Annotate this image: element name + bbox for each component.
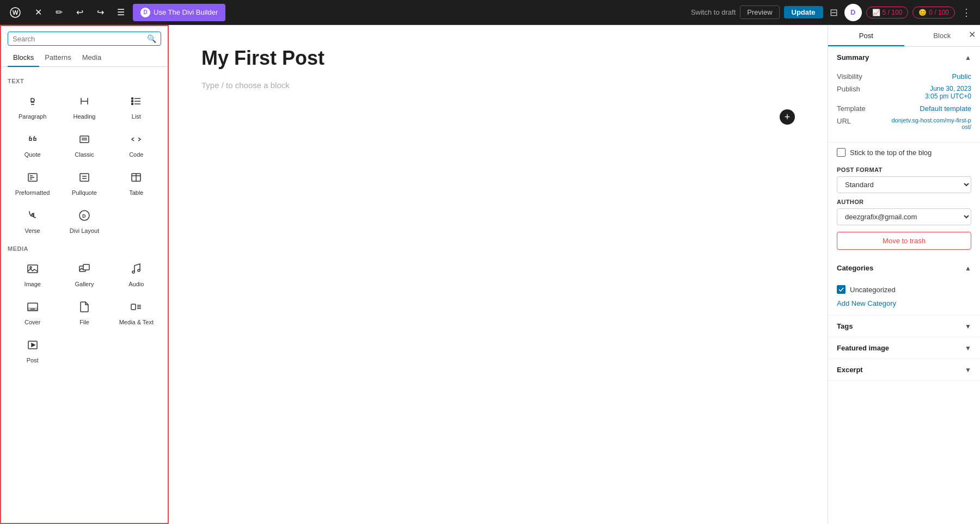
- categories-section: Categories ▲ Uncategorized Add New Categ…: [828, 257, 980, 316]
- url-value[interactable]: donjetv.sg-host.com/my-first-post/: [890, 117, 971, 130]
- block-media-text[interactable]: Media & Text: [112, 294, 161, 330]
- visibility-value[interactable]: Public: [952, 72, 971, 81]
- svg-point-28: [138, 269, 140, 272]
- post-format-label: POST FORMAT: [837, 167, 971, 173]
- post-format-select[interactable]: Standard Aside Chat Gallery Link Image Q…: [837, 176, 971, 193]
- block-divi-layout[interactable]: D Divi Layout: [59, 203, 109, 239]
- block-placeholder[interactable]: Type / to choose a block: [201, 81, 795, 90]
- author-select[interactable]: deezgrafix@gmail.com: [837, 208, 971, 225]
- code-icon: [130, 133, 143, 148]
- close-button[interactable]: ✕: [29, 4, 47, 21]
- wp-logo: W: [7, 4, 24, 21]
- main-layout: 🔍 Blocks Patterns Media TEXT Paragraph: [0, 25, 980, 524]
- block-paragraph[interactable]: Paragraph: [8, 89, 57, 125]
- paragraph-label: Paragraph: [19, 113, 46, 120]
- audio-icon: [130, 262, 143, 278]
- layout-button[interactable]: ⊟: [828, 4, 840, 21]
- score2-label: 0 / 100: [929, 9, 949, 16]
- add-category-link[interactable]: Add New Category: [837, 299, 971, 307]
- edit-button[interactable]: ✏: [50, 4, 68, 21]
- score1-icon: 📈: [872, 9, 880, 16]
- svg-text:D: D: [82, 213, 86, 219]
- file-icon: [78, 300, 91, 316]
- block-verse[interactable]: Verse: [8, 203, 57, 239]
- search-row: 🔍: [1, 26, 168, 49]
- text-blocks-grid: Paragraph Heading: [8, 89, 161, 239]
- classic-label: Classic: [75, 151, 94, 158]
- quote-label: Quote: [24, 151, 41, 158]
- block-classic[interactable]: Classic: [59, 127, 109, 163]
- publish-row: Publish June 30, 2023 3:05 pm UTC+0: [837, 85, 971, 100]
- pullquote-label: Pullquote: [72, 189, 97, 196]
- tab-media[interactable]: Media: [77, 49, 107, 67]
- svg-rect-15: [80, 174, 89, 181]
- format-author-body: POST FORMAT Standard Aside Chat Gallery …: [828, 162, 980, 257]
- block-quote[interactable]: Quote: [8, 127, 57, 163]
- publish-value[interactable]: June 30, 2023 3:05 pm UTC+0: [925, 85, 971, 100]
- score-badge-1[interactable]: 📈 5 / 100: [866, 7, 909, 19]
- search-icon: 🔍: [147, 34, 156, 43]
- list-view-button[interactable]: ☰: [112, 4, 130, 21]
- stick-checkbox[interactable]: [837, 148, 846, 157]
- editor-area: My First Post Type / to choose a block +: [169, 25, 828, 524]
- tags-header[interactable]: Tags ▼: [828, 316, 980, 337]
- divi-builder-button[interactable]: D Use The Divi Builder: [133, 4, 225, 21]
- blocks-panel: 🔍 Blocks Patterns Media TEXT Paragraph: [0, 25, 169, 524]
- category-checkbox[interactable]: [837, 285, 846, 294]
- block-file[interactable]: File: [59, 294, 109, 330]
- block-heading[interactable]: Heading: [59, 89, 109, 125]
- block-cover[interactable]: Cover: [8, 294, 57, 330]
- tab-blocks[interactable]: Blocks: [8, 49, 39, 67]
- media-text-label: Media & Text: [119, 319, 154, 325]
- media-blocks-grid: Image Gallery: [8, 256, 161, 368]
- list-icon: [130, 95, 143, 110]
- divi-icon: D: [140, 8, 150, 17]
- stick-row: Stick to the top of the blog: [828, 143, 980, 162]
- svg-rect-8: [80, 136, 89, 143]
- more-options-button[interactable]: ⋮: [959, 4, 973, 21]
- add-block-button[interactable]: +: [780, 109, 795, 125]
- summary-header[interactable]: Summary ▲: [828, 47, 980, 68]
- table-label: Table: [129, 189, 143, 196]
- block-image[interactable]: Image: [8, 256, 57, 292]
- template-value[interactable]: Default template: [920, 104, 971, 113]
- categories-header[interactable]: Categories ▲: [828, 257, 980, 279]
- summary-chevron: ▲: [965, 54, 971, 61]
- summary-body: Visibility Public Publish June 30, 2023 …: [828, 68, 980, 142]
- featured-image-header[interactable]: Featured image ▼: [828, 337, 980, 359]
- undo-button[interactable]: ↩: [71, 4, 88, 21]
- preformatted-label: Preformatted: [15, 189, 50, 196]
- block-post[interactable]: Post: [8, 332, 57, 368]
- blocks-list: TEXT Paragraph Hea: [1, 67, 168, 523]
- svg-rect-26: [83, 264, 89, 270]
- block-gallery[interactable]: Gallery: [59, 256, 109, 292]
- block-table[interactable]: Table: [112, 165, 161, 201]
- code-label: Code: [129, 151, 143, 158]
- paragraph-icon: [26, 95, 39, 110]
- block-code[interactable]: Code: [112, 127, 161, 163]
- divi-circle-button[interactable]: D: [844, 4, 862, 21]
- preview-button[interactable]: Preview: [740, 5, 779, 19]
- cover-label: Cover: [24, 319, 40, 325]
- tab-patterns[interactable]: Patterns: [39, 49, 76, 67]
- url-row: URL donjetv.sg-host.com/my-first-post/: [837, 117, 971, 130]
- block-audio[interactable]: Audio: [112, 256, 161, 292]
- move-trash-button[interactable]: Move to trash: [837, 232, 971, 250]
- excerpt-header[interactable]: Excerpt ▼: [828, 359, 980, 380]
- block-list[interactable]: List: [112, 89, 161, 125]
- tab-post[interactable]: Post: [828, 25, 904, 46]
- update-button[interactable]: Update: [784, 6, 823, 19]
- media-section-label: MEDIA: [8, 245, 161, 252]
- switch-draft-button[interactable]: Switch to draft: [691, 8, 736, 16]
- block-pullquote[interactable]: Pullquote: [59, 165, 109, 201]
- svg-point-6: [132, 101, 133, 102]
- post-title[interactable]: My First Post: [201, 47, 795, 70]
- image-label: Image: [24, 281, 41, 287]
- block-preformatted[interactable]: Preformatted: [8, 165, 57, 201]
- stick-label: Stick to the top of the blog: [850, 149, 932, 157]
- search-input[interactable]: [13, 35, 144, 43]
- topbar: W ✕ ✏ ↩ ↪ ☰ D Use The Divi Builder Switc…: [0, 0, 980, 25]
- close-panel-button[interactable]: ✕: [969, 29, 976, 40]
- score-badge-2[interactable]: 😊 0 / 100: [912, 7, 955, 19]
- redo-button[interactable]: ↪: [91, 4, 109, 21]
